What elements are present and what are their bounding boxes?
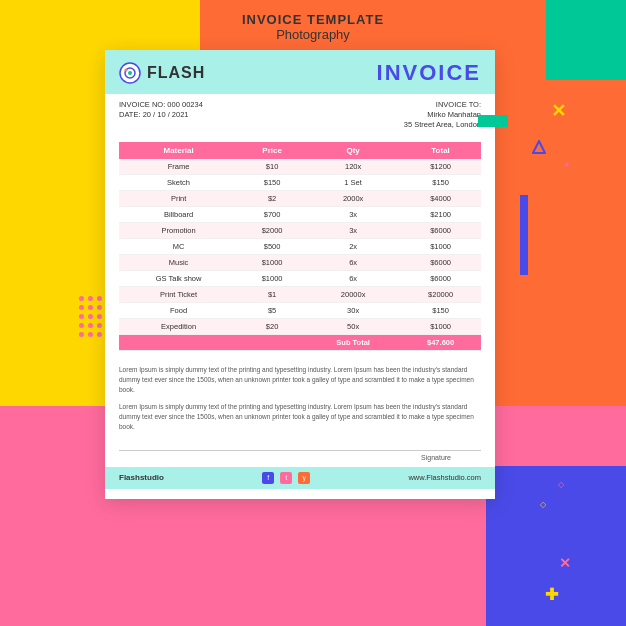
invoice-header: FLASH INVOICE bbox=[105, 50, 495, 94]
cell-2-1: $2 bbox=[238, 191, 306, 207]
svg-marker-0 bbox=[533, 141, 545, 153]
cell-6-3: $6000 bbox=[400, 255, 481, 271]
cell-1-1: $150 bbox=[238, 175, 306, 191]
cell-5-3: $1000 bbox=[400, 239, 481, 255]
cell-1-3: $150 bbox=[400, 175, 481, 191]
cell-1-0: Sketch bbox=[119, 175, 238, 191]
cell-10-3: $1000 bbox=[400, 319, 481, 335]
svg-point-4 bbox=[125, 69, 128, 72]
cell-0-2: 120x bbox=[306, 159, 400, 175]
footer-icon-youtube: y bbox=[298, 472, 310, 484]
cell-1-2: 1 Set bbox=[306, 175, 400, 191]
page-subtitle: Photography bbox=[0, 27, 626, 42]
green-rect bbox=[478, 115, 508, 127]
invoice-footer: Flashstudio f t y www.Flashstudio.com bbox=[105, 467, 495, 489]
client-name: Mirko Manhatan bbox=[404, 110, 481, 119]
cell-0-1: $10 bbox=[238, 159, 306, 175]
deco-triangle-top bbox=[532, 140, 546, 158]
cell-10-2: 50x bbox=[306, 319, 400, 335]
text-block-2: Lorem Ipsum is simply dummy text of the … bbox=[119, 402, 481, 431]
date-line: DATE: 20 / 10 / 2021 bbox=[119, 110, 203, 119]
cell-2-0: Print bbox=[119, 191, 238, 207]
deco-diamond-2: ◇ bbox=[540, 500, 546, 509]
invoice-paper: FLASH INVOICE INVOICE NO: 000 00234 DATE… bbox=[105, 50, 495, 499]
cell-6-0: Music bbox=[119, 255, 238, 271]
invoice-no-line: INVOICE NO: 000 00234 bbox=[119, 100, 203, 109]
cell-7-3: $6000 bbox=[400, 271, 481, 287]
invoice-no-value: 000 00234 bbox=[167, 100, 202, 109]
deco-star-top: ✦ bbox=[563, 160, 571, 170]
cell-7-0: GS Talk show bbox=[119, 271, 238, 287]
table-row: Sketch$1501 Set$150 bbox=[119, 175, 481, 191]
col-material: Material bbox=[119, 142, 238, 159]
table-row: Expedition$2050x$1000 bbox=[119, 319, 481, 335]
deco-diamond-1: ◇ bbox=[558, 480, 564, 489]
cell-8-3: $20000 bbox=[400, 287, 481, 303]
cell-5-1: $500 bbox=[238, 239, 306, 255]
cell-9-2: 30x bbox=[306, 303, 400, 319]
cell-8-2: 20000x bbox=[306, 287, 400, 303]
invoice-table: Material Price Qty Total Frame$10120x$12… bbox=[119, 142, 481, 351]
cell-4-1: $2000 bbox=[238, 223, 306, 239]
date-value: 20 / 10 / 2021 bbox=[143, 110, 189, 119]
col-total: Total bbox=[400, 142, 481, 159]
invoice-text-sections: Lorem Ipsum is simply dummy text of the … bbox=[105, 357, 495, 444]
subtotal-value: $47.600 bbox=[400, 335, 481, 351]
col-qty: Qty bbox=[306, 142, 400, 159]
footer-icon-twitter: t bbox=[280, 472, 292, 484]
cell-6-1: $1000 bbox=[238, 255, 306, 271]
subtotal-row: Sub Total$47.600 bbox=[119, 335, 481, 351]
cell-0-3: $1200 bbox=[400, 159, 481, 175]
logo-area: FLASH bbox=[119, 62, 205, 84]
footer-icons: f t y bbox=[262, 472, 310, 484]
table-row: MC$5002x$1000 bbox=[119, 239, 481, 255]
cell-5-2: 2x bbox=[306, 239, 400, 255]
footer-website: www.Flashstudio.com bbox=[408, 473, 481, 482]
table-row: Billboard$7003x$2100 bbox=[119, 207, 481, 223]
signature-area: Signature bbox=[119, 450, 481, 461]
signature-label: Signature bbox=[421, 454, 451, 461]
table-row: Print$22000x$4000 bbox=[119, 191, 481, 207]
cell-2-2: 2000x bbox=[306, 191, 400, 207]
table-row: Frame$10120x$1200 bbox=[119, 159, 481, 175]
cell-5-0: MC bbox=[119, 239, 238, 255]
invoice-meta-left: INVOICE NO: 000 00234 DATE: 20 / 10 / 20… bbox=[119, 100, 203, 130]
cell-0-0: Frame bbox=[119, 159, 238, 175]
client-address: 35 Street Area, London bbox=[404, 120, 481, 129]
invoice-meta-right: INVOICE TO: Mirko Manhatan 35 Street Are… bbox=[404, 100, 481, 130]
svg-point-3 bbox=[128, 71, 132, 75]
footer-icon-facebook: f bbox=[262, 472, 274, 484]
subtotal-label: Sub Total bbox=[306, 335, 400, 351]
text-block-1: Lorem Ipsum is simply dummy text of the … bbox=[119, 365, 481, 394]
cell-7-1: $1000 bbox=[238, 271, 306, 287]
cell-8-0: Print Ticket bbox=[119, 287, 238, 303]
deco-x-bottom: ✕ bbox=[559, 555, 571, 571]
right-stripe bbox=[520, 195, 528, 275]
cell-7-2: 6x bbox=[306, 271, 400, 287]
cell-10-1: $20 bbox=[238, 319, 306, 335]
page-title: INVOICE TEMPLATE bbox=[0, 12, 626, 27]
cell-10-0: Expedition bbox=[119, 319, 238, 335]
col-price: Price bbox=[238, 142, 306, 159]
cell-9-1: $5 bbox=[238, 303, 306, 319]
deco-x-top: ✕ bbox=[551, 100, 566, 122]
table-row: Promotion$20003x$6000 bbox=[119, 223, 481, 239]
cell-3-1: $700 bbox=[238, 207, 306, 223]
table-row: Music$10006x$6000 bbox=[119, 255, 481, 271]
invoice-to-label: INVOICE TO: bbox=[404, 100, 481, 109]
invoice-no-label: INVOICE NO: bbox=[119, 100, 165, 109]
cell-4-0: Promotion bbox=[119, 223, 238, 239]
cell-9-0: Food bbox=[119, 303, 238, 319]
cell-3-2: 3x bbox=[306, 207, 400, 223]
invoice-meta: INVOICE NO: 000 00234 DATE: 20 / 10 / 20… bbox=[105, 94, 495, 136]
deco-plus-bottom: ✚ bbox=[545, 585, 558, 604]
page-title-area: INVOICE TEMPLATE Photography bbox=[0, 12, 626, 42]
table-row: Print Ticket$120000x$20000 bbox=[119, 287, 481, 303]
cell-8-1: $1 bbox=[238, 287, 306, 303]
table-row: GS Talk show$10006x$6000 bbox=[119, 271, 481, 287]
deco-diamond-3: ▷ bbox=[555, 520, 561, 529]
cell-4-3: $6000 bbox=[400, 223, 481, 239]
cell-6-2: 6x bbox=[306, 255, 400, 271]
logo-text: FLASH bbox=[147, 64, 205, 82]
footer-brand: Flashstudio bbox=[119, 473, 164, 482]
